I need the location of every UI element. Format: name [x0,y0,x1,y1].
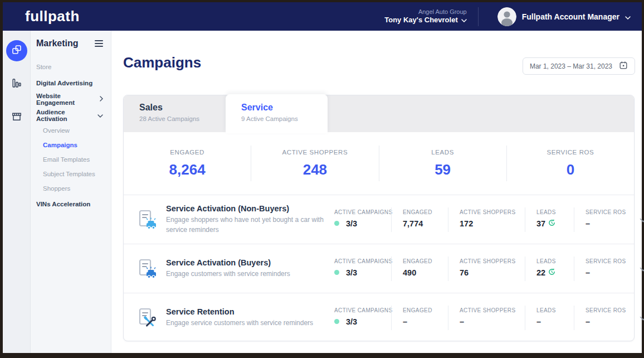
sidebar-item-shoppers[interactable]: Shoppers [36,181,106,196]
campaign-row-service-activation-buyers: Service Activation (Buyers) Engage custo… [124,244,634,293]
row-stat-engaged: ENGAGED 7,774 [391,207,448,232]
campaign-row-service-retention: Service Retention Engage service custome… [124,293,634,342]
campaigns-card: Sales 28 Active Campaigns Service 9 Acti… [123,95,635,341]
bar-chart-icon [11,78,22,91]
tab-service[interactable]: Service 9 Active Campaigns [226,94,328,133]
avatar [497,7,516,26]
row-stat-engaged: ENGAGED – [391,306,448,330]
chevron-right-icon [100,96,103,103]
row-stat-active-shoppers: ACTIVE SHOPPERS 172 [448,207,525,232]
sidebar-item-campaigns[interactable]: Campaigns [36,138,106,152]
leads-refresh-icon [548,268,555,277]
stat-engaged: ENGAGED 8,264 [124,149,251,178]
campaign-description: Engage service customers with service re… [166,318,313,328]
campaign-row-service-activation-non-buyers: Service Activation (Non-Buyers) Engage s… [124,195,634,244]
icon-rail [3,31,31,353]
row-stat-service-ros: SERVICE ROS – [574,257,636,281]
stat-active-shoppers: ACTIVE SHOPPERS 248 [251,149,378,178]
sidebar-title: Marketing [36,38,79,49]
org-group-label: Angel Auto Group [384,8,466,16]
campaign-title: Service Activation (Non-Buyers) [166,204,326,213]
document-car-icon [136,258,158,280]
sidebar-item-subject-templates[interactable]: Subject Templates [36,167,106,181]
tab-sales[interactable]: Sales 28 Active Campaigns [124,95,226,132]
tab-bar: Sales 28 Active Campaigns Service 9 Acti… [124,95,634,132]
document-car-icon [136,209,158,231]
user-name-label: Fullpath Account Manager [522,12,619,21]
chevron-down-icon [625,12,631,22]
topbar-divider [478,7,479,26]
row-stat-active-campaigns: ACTIVE CAMPAIGNS 3/3 [334,306,391,330]
audience-activation-rail-button[interactable] [6,40,27,61]
calendar-icon [619,61,628,72]
campaign-title: Service Activation (Buyers) [166,258,290,267]
document-tools-icon [136,307,158,329]
fullpath-logo[interactable]: fullpath [25,8,80,25]
date-range-value: Mar 1, 2023 – Mar 31, 2023 [530,62,612,70]
sidebar-item-audience-activation[interactable]: Audience Activation [36,107,106,123]
topbar: fullpath Angel Auto Group Tony Kay's Che… [3,2,642,31]
row-stat-service-ros: SERVICE ROS – [574,306,636,330]
leads-refresh-icon [548,219,555,228]
date-range-picker[interactable]: Mar 1, 2023 – Mar 31, 2023 [523,57,635,75]
active-status-dot [334,270,339,275]
summary-stats: ENGAGED 8,264 ACTIVE SHOPPERS 248 LEADS … [124,132,634,195]
sidebar-item-overview[interactable]: Overview [36,123,106,138]
row-stat-leads: LEADS – [525,306,574,330]
sidebar-item-website-engagement[interactable]: Website Engagement [36,91,106,107]
sidebar-item-email-templates[interactable]: Email Templates [36,152,106,167]
active-status-dot [334,319,339,324]
sidebar-item-store[interactable]: Store [36,59,106,75]
analytics-rail-button[interactable] [6,74,27,95]
row-stat-active-shoppers: ACTIVE SHOPPERS – [448,306,525,330]
main-content: Campaigns Mar 1, 2023 – Mar 31, 2023 Sal… [111,31,642,353]
chevron-down-icon [461,16,467,25]
sidebar-item-vins-acceleration[interactable]: VINs Acceleration [36,196,106,212]
row-stat-active-campaigns: ACTIVE CAMPAIGNS 3/3 [334,257,391,281]
store-rail-button[interactable] [6,107,27,128]
user-menu[interactable]: Fullpath Account Manager [497,7,631,26]
chevron-down-icon [97,112,103,119]
campaign-description: Engage customers with service reminders [166,269,290,279]
campaign-description: Engage shoppers who have not yet bought … [166,215,326,235]
expand-row-chevron-icon[interactable] [636,211,644,228]
store-switcher[interactable]: Angel Auto Group Tony Kay's Chevrolet [384,8,466,25]
row-stat-active-campaigns: ACTIVE CAMPAIGNS 3/3 [334,207,391,232]
page-title: Campaigns [123,54,201,71]
expand-row-chevron-icon[interactable] [636,260,644,277]
row-stat-leads: LEADS 37 [525,207,574,232]
active-status-dot [334,221,339,226]
app-window: fullpath Angel Auto Group Tony Kay's Che… [3,2,642,353]
row-stat-active-shoppers: ACTIVE SHOPPERS 76 [448,257,525,281]
campaign-title: Service Retention [166,307,313,316]
expand-row-chevron-icon[interactable] [636,309,644,326]
hamburger-menu-icon[interactable] [94,39,104,48]
row-stat-engaged: ENGAGED 490 [391,257,448,281]
store-name-label: Tony Kay's Chevrolet [384,16,457,25]
row-stat-leads: LEADS 22 [525,257,574,281]
storefront-icon [11,111,22,124]
sidebar: Marketing Store Digital Advertising Webs… [31,31,111,353]
stat-leads: LEADS 59 [379,149,506,178]
overlapping-squares-icon [11,44,22,57]
stat-service-ros: SERVICE ROS 0 [507,149,634,178]
row-stat-service-ros: SERVICE ROS – [574,207,636,232]
sidebar-item-digital-advertising[interactable]: Digital Advertising [36,75,106,91]
